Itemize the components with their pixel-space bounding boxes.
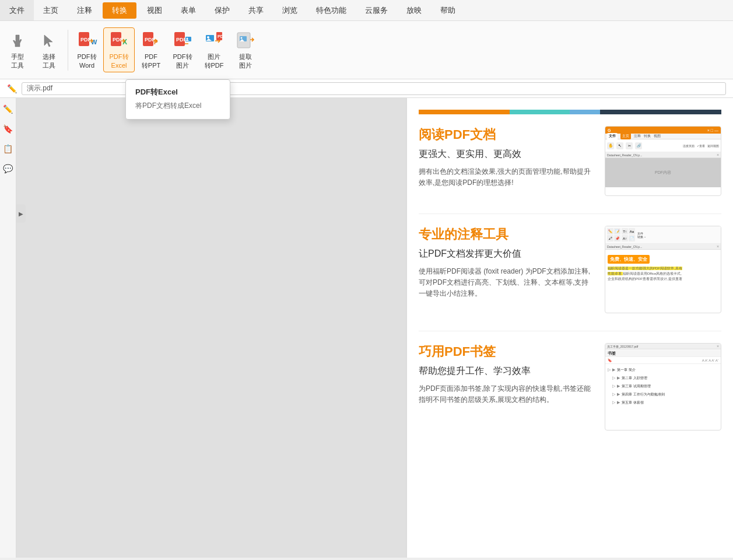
image-pdf-label: 图片转PDF — [205, 52, 224, 69]
menu-protect[interactable]: 保护 — [205, 0, 239, 20]
svg-text:PDF: PDF — [80, 37, 92, 43]
read-pdf-body: 拥有出色的文档渲染效果,强大的页面管理功能,帮助提升效率,是您阅读PDF的理想选… — [419, 166, 593, 188]
svg-point-19 — [241, 37, 243, 39]
extract-image-button[interactable]: 提取图片 — [230, 28, 261, 72]
annotation-body: 使用福昕PDF阅读器 (foxit reader) 为PDF文档添加注释,可对P… — [419, 266, 593, 300]
bookmark-title: 巧用PDF书签 — [419, 343, 593, 360]
extract-icon — [235, 30, 256, 51]
select-tool-button[interactable]: 选择工具 — [34, 28, 64, 72]
menu-home[interactable]: 主页 — [34, 0, 68, 20]
document-area — [16, 98, 406, 560]
address-bar: ✏️ — [0, 79, 733, 98]
svg-text:PDF: PDF — [113, 37, 124, 43]
pdf-preview-panel: 阅读PDF文档 更强大、更实用、更高效 拥有出色的文档渲染效果,强大的页面管理功… — [406, 98, 733, 560]
bookmark-screenshot: 员工手册_20120917.pdf × 书签 🔖 A A' A A' A' ▷ … — [605, 343, 721, 430]
color-bar-dark — [600, 110, 721, 114]
color-bar-orange — [419, 110, 510, 114]
bookmark-file-label: 员工手册_20120917.pdf — [607, 345, 717, 348]
color-bar-teal — [510, 110, 570, 114]
menu-browse[interactable]: 浏览 — [273, 0, 307, 20]
read-pdf-text: 阅读PDF文档 更强大、更实用、更高效 拥有出色的文档渲染效果,强大的页面管理功… — [419, 126, 593, 196]
pdf-excel-label: PDF转Excel — [110, 52, 129, 69]
read-pdf-title: 阅读PDF文档 — [419, 126, 593, 144]
panel-collapse-button[interactable]: ▶ — [16, 204, 26, 223]
menu-view[interactable]: 视图 — [138, 0, 171, 20]
menu-help[interactable]: 帮助 — [431, 0, 465, 20]
divider-1 — [419, 214, 721, 214]
read-pdf-screenshot: G × □ — 文件 主页 注释 转换 视图 ✋ ↖ ✂ 🔗 — [605, 126, 721, 196]
toolbar: 手型工具 选择工具 PDF W PDF转Word PDF X — [0, 21, 733, 79]
annotation-section: 专业的注释工具 让PDF文档发挥更大价值 使用福昕PDF阅读器 (foxit r… — [419, 226, 721, 313]
menu-features[interactable]: 特色功能 — [307, 0, 356, 20]
svg-text:PDF: PDF — [176, 37, 187, 43]
sidebar-comment-icon[interactable]: 💬 — [2, 162, 15, 175]
bookmark-subtitle: 帮助您提升工作、学习效率 — [419, 365, 593, 377]
bookmark-header: 书签 — [605, 350, 721, 357]
sidebar-pages-icon[interactable]: 📋 — [2, 142, 15, 155]
pdf-ppt-label: PDF转PPT — [142, 52, 160, 69]
menu-forms[interactable]: 表单 — [171, 0, 205, 20]
extract-label: 提取图片 — [239, 52, 252, 69]
left-sidebar: ✏️ 🔖 📋 💬 — [0, 98, 16, 560]
sidebar-edit-icon[interactable]: ✏️ — [2, 103, 15, 116]
select-icon — [38, 30, 59, 51]
pdf-to-excel-button[interactable]: PDF X PDF转Excel — [103, 27, 135, 72]
pdf-word-icon: PDF W — [76, 30, 97, 51]
main-layout: ✏️ 🔖 📋 💬 ▶ 阅读PDF文档 更强大、更实用、更高效 拥有出色的文档渲染… — [0, 98, 733, 560]
menubar: 文件 主页 注释 转换 视图 表单 保护 共享 浏览 特色功能 云服务 放映 帮… — [0, 0, 733, 21]
dropdown-tooltip: PDF转Excel 将PDF文档转成Excel — [125, 79, 230, 120]
menu-file[interactable]: 文件 — [0, 0, 34, 20]
menu-annotate[interactable]: 注释 — [68, 0, 101, 20]
pdf-to-word-button[interactable]: PDF W PDF转Word — [72, 28, 102, 72]
toolbar-divider-1 — [68, 30, 68, 71]
menu-share[interactable]: 共享 — [239, 0, 273, 20]
image-pdf-icon: PDF — [204, 30, 225, 51]
pdf-to-image-button[interactable]: PDF PDF转图片 — [167, 28, 198, 72]
annotation-text: 专业的注释工具 让PDF文档发挥更大价值 使用福昕PDF阅读器 (foxit r… — [419, 226, 593, 313]
menu-convert[interactable]: 转换 — [103, 2, 136, 19]
annot-highlight-label: 免费、快速、安全 — [608, 255, 650, 264]
menu-present[interactable]: 放映 — [397, 0, 431, 20]
pdf-image-label: PDF转图片 — [173, 52, 192, 69]
pdf-word-label: PDF转Word — [78, 52, 97, 69]
image-to-pdf-button[interactable]: PDF 图片转PDF — [199, 28, 229, 72]
pdf-ppt-icon: PDF P — [141, 30, 162, 51]
color-bar-blue — [570, 110, 600, 114]
divider-2 — [419, 331, 721, 331]
pdf-to-ppt-button[interactable]: PDF P PDF转PPT — [136, 28, 166, 72]
annotation-screenshot: ✏️ 📝 🖍 📌 T↑ Aa — [605, 226, 721, 313]
select-tool-label: 选择工具 — [43, 52, 55, 69]
svg-text:PDF: PDF — [218, 34, 225, 38]
bookmark-section: 巧用PDF书签 帮助您提升工作、学习效率 为PDF页面添加书签,除了实现内容的快… — [419, 343, 721, 430]
bookmark-body: 为PDF页面添加书签,除了实现内容的快速导航,书签还能指明不同书签的层级关系,展… — [419, 383, 593, 405]
hand-tool-button[interactable]: 手型工具 — [2, 28, 33, 72]
annotation-title: 专业的注释工具 — [419, 226, 593, 243]
hand-tool-label: 手型工具 — [11, 52, 24, 69]
annotation-subtitle: 让PDF文档发挥更大价值 — [419, 248, 593, 260]
menu-cloud[interactable]: 云服务 — [356, 0, 397, 20]
read-pdf-subtitle: 更强大、更实用、更高效 — [419, 148, 593, 160]
svg-point-14 — [207, 36, 209, 38]
pdf-excel-icon: PDF X — [108, 30, 129, 51]
dropdown-description: 将PDF文档转成Excel — [126, 100, 230, 114]
dropdown-title: PDF转Excel — [126, 85, 230, 100]
bookmark-text: 巧用PDF书签 帮助您提升工作、学习效率 为PDF页面添加书签,除了实现内容的快… — [419, 343, 593, 430]
sidebar-bookmark-icon[interactable]: 🔖 — [2, 123, 15, 135]
read-pdf-section: 阅读PDF文档 更强大、更实用、更高效 拥有出色的文档渲染效果,强大的页面管理功… — [419, 126, 721, 196]
pdf-image-icon: PDF — [172, 30, 193, 51]
color-bar — [419, 110, 721, 114]
pencil-icon: ✏️ — [7, 84, 17, 93]
hand-icon — [7, 30, 28, 51]
